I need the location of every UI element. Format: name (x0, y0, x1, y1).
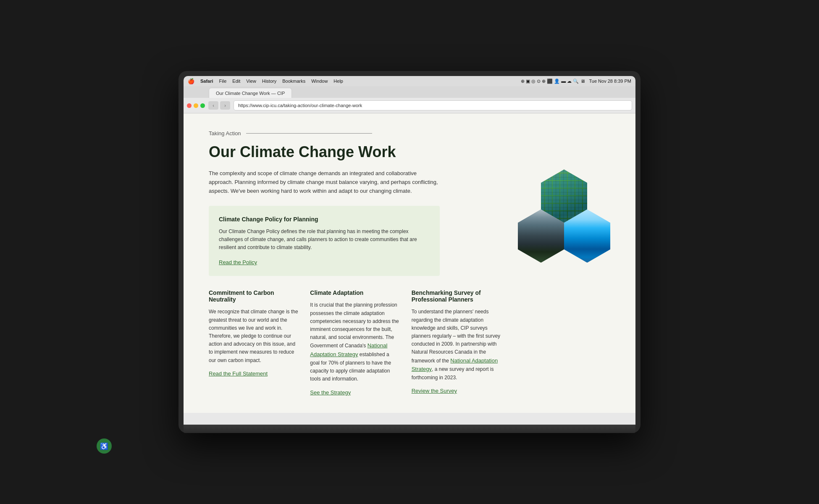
col-adaptation-title: Climate Adaptation (310, 289, 399, 296)
review-survey-link[interactable]: Review the Survey (412, 388, 457, 394)
browser-tabs: Our Climate Change Work — CIP (184, 86, 635, 98)
read-policy-link[interactable]: Read the Policy (219, 259, 257, 265)
content-area: The complexity and scope of climate chan… (209, 169, 610, 396)
menubar-window[interactable]: Window (311, 79, 328, 84)
menubar-items: Safari File Edit View History Bookmarks … (200, 79, 515, 84)
forward-button[interactable]: › (220, 101, 230, 110)
fab-accessibility[interactable]: ♿ (97, 438, 112, 454)
menubar-history[interactable]: History (262, 79, 276, 84)
url-text: https://www.cip-icu.ca/taking-action/our… (238, 103, 362, 108)
datetime: Tue Nov 28 8:39 PM (589, 79, 631, 84)
active-tab[interactable]: Our Climate Change Work — CIP (209, 88, 292, 98)
section-label-row: Taking Action (209, 130, 610, 136)
read-statement-link[interactable]: Read the Full Statement (209, 370, 268, 377)
menubar-bookmarks[interactable]: Bookmarks (282, 79, 305, 84)
browser-chrome: ‹ › https://www.cip-icu.ca/taking-action… (184, 98, 635, 113)
intro-paragraph: The complexity and scope of climate chan… (209, 169, 440, 195)
menubar-safari[interactable]: Safari (200, 79, 213, 84)
column-carbon: Commitment to Carbon Neutrality We recog… (209, 289, 298, 396)
col-survey-text: To understand the planners' needs regard… (412, 308, 501, 382)
col-adaptation-text: It is crucial that the planning professi… (310, 301, 399, 383)
menubar-help[interactable]: Help (333, 79, 343, 84)
back-button[interactable]: ‹ (208, 101, 218, 110)
policy-box-title: Climate Change Policy for Planning (219, 216, 430, 223)
browser-status-bar (184, 413, 635, 425)
laptop-screen: 🍎 Safari File Edit View History Bookmark… (184, 76, 635, 424)
hex-images (518, 169, 610, 287)
mac-menubar: 🍎 Safari File Edit View History Bookmark… (184, 76, 635, 86)
fab-icon: ♿ (100, 442, 108, 450)
see-strategy-link[interactable]: See the Strategy (310, 389, 351, 396)
fullscreen-button[interactable] (200, 103, 205, 108)
section-label-text: Taking Action (209, 130, 241, 136)
col-carbon-text: We recognize that climate change is the … (209, 308, 298, 364)
status-icons: ⊕ ▣ ◎ ⊙ ⊕ ⬛ 👤 ▬ ☁ 🔍 🖥 (521, 79, 585, 84)
national-adaptation-strategy-link-1[interactable]: National Adaptation Strategy (310, 342, 387, 357)
col-survey-title: Benchmarking Survey of Professional Plan… (412, 289, 501, 303)
website-content: Taking Action Our Climate Change Work Th… (184, 113, 635, 412)
col-carbon-title: Commitment to Carbon Neutrality (209, 289, 298, 303)
tab-label: Our Climate Change Work — CIP (216, 91, 285, 96)
traffic-lights (187, 103, 205, 108)
menubar-file[interactable]: File (219, 79, 227, 84)
column-survey: Benchmarking Survey of Professional Plan… (412, 289, 501, 396)
close-button[interactable] (187, 103, 192, 108)
menubar-right: ⊕ ▣ ◎ ⊙ ⊕ ⬛ 👤 ▬ ☁ 🔍 🖥 Tue Nov 28 8:39 PM (521, 79, 631, 84)
menubar-edit[interactable]: Edit (232, 79, 240, 84)
nav-buttons: ‹ › (208, 101, 230, 110)
policy-box: Climate Change Policy for Planning Our C… (209, 206, 440, 276)
minimize-button[interactable] (194, 103, 198, 108)
three-columns: Commitment to Carbon Neutrality We recog… (209, 289, 501, 396)
hex-forest-image (518, 209, 564, 262)
policy-box-text: Our Climate Change Policy defines the ro… (219, 228, 430, 252)
laptop-frame: 🍎 Safari File Edit View History Bookmark… (178, 71, 640, 433)
address-bar[interactable]: https://www.cip-icu.ca/taking-action/our… (234, 100, 632, 110)
apple-menu[interactable]: 🍎 (188, 78, 194, 84)
menubar-view[interactable]: View (246, 79, 256, 84)
hex-ocean-image (564, 209, 610, 262)
section-label-divider (246, 133, 372, 134)
column-adaptation: Climate Adaptation It is crucial that th… (310, 289, 399, 396)
national-adaptation-strategy-link-2[interactable]: National Adaptation Strategy (412, 357, 498, 373)
page-title: Our Climate Change Work (209, 143, 610, 161)
left-content: The complexity and scope of climate chan… (209, 169, 501, 396)
laptop-bottom-bezel (184, 425, 635, 433)
